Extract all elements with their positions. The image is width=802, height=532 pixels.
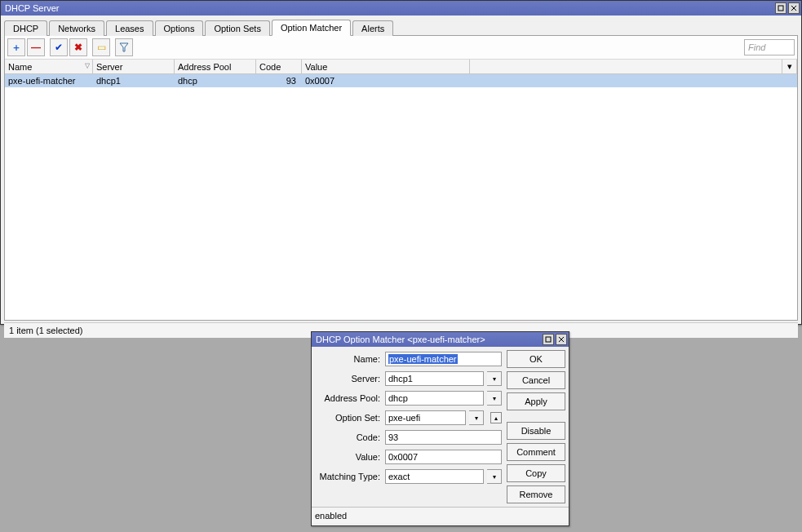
check-icon: ✔ [55,42,63,53]
cell-name: pxe-uefi-matcher [5,76,93,86]
plus-icon: ＋ [11,41,21,55]
add-button[interactable]: ＋ [7,38,25,56]
name-field[interactable]: pxe-uefi-matcher [385,352,502,366]
dialog-titlebar[interactable]: DHCP Option Matcher <pxe-uefi-matcher> [312,332,569,347]
col-code[interactable]: Code [256,60,302,73]
mtype-dropdown[interactable]: ▾ [487,469,502,484]
label-value: Value: [315,452,382,462]
optset-dropdown[interactable]: ▾ [469,410,484,425]
cell-value: 0x0007 [302,76,470,86]
server-dropdown[interactable]: ▾ [487,371,502,386]
cancel-button[interactable]: Cancel [507,371,565,389]
label-name: Name: [315,354,382,364]
tab-options[interactable]: Options [155,20,204,36]
comment-button-tb[interactable]: ▭ [92,38,110,56]
dialog-body: Name: pxe-uefi-matcher Server: dhcp1 ▾ A… [312,347,569,507]
dialog-status: enabled [312,507,569,523]
col-value[interactable]: Value [302,60,470,73]
pool-field[interactable]: dhcp [385,391,484,406]
main-titlebar[interactable]: DHCP Server [1,1,801,16]
note-icon: ▭ [97,42,106,53]
label-pool: Address Pool: [315,393,382,403]
col-name[interactable]: Name [5,60,93,73]
cell-code: 93 [256,76,302,86]
optset-collapse[interactable]: ▴ [490,412,502,423]
x-icon: ✖ [74,42,82,53]
disable-button-tb[interactable]: ✖ [69,38,87,56]
comment-button[interactable]: Comment [507,443,565,461]
remove-button-tb[interactable]: — [27,38,45,56]
dialog-window: DHCP Option Matcher <pxe-uefi-matcher> N… [311,331,569,526]
find-input[interactable]: Find [744,39,795,55]
svg-rect-4 [546,337,551,342]
option-matcher-panel: ＋ — ✔ ✖ ▭ Find Name Server Address Pool … [4,35,798,321]
tab-leases[interactable]: Leases [106,20,153,36]
svg-rect-0 [778,6,783,11]
cell-server: dhcp1 [93,76,175,86]
enable-button[interactable]: ✔ [50,38,68,56]
label-mtype: Matching Type: [315,472,382,481]
server-field[interactable]: dhcp1 [385,371,484,386]
dialog-form: Name: pxe-uefi-matcher Server: dhcp1 ▾ A… [315,350,502,503]
minus-icon: — [31,42,41,53]
dialog-buttons: OK Cancel Apply Disable Comment Copy Rem… [507,350,565,503]
value-field[interactable]: 0x0007 [385,450,502,464]
pool-dropdown[interactable]: ▾ [487,391,502,406]
code-field[interactable]: 93 [385,430,502,445]
disable-button[interactable]: Disable [507,422,565,440]
label-server: Server: [315,374,382,383]
tab-option-matcher[interactable]: Option Matcher [272,20,351,36]
label-optset: Option Set: [315,413,382,423]
col-server[interactable]: Server [93,60,175,73]
label-code: Code: [315,432,382,442]
main-close-button[interactable] [788,2,800,14]
dialog-restore-button[interactable] [543,334,554,345]
dialog-close-button[interactable] [556,334,567,345]
table-row[interactable]: pxe-uefi-matcher dhcp1 dhcp 93 0x0007 [5,74,797,87]
tab-option-sets[interactable]: Option Sets [205,20,269,36]
tab-dhcp[interactable]: DHCP [4,20,47,36]
optset-field[interactable]: pxe-uefi [385,410,466,425]
col-extra[interactable] [470,60,782,73]
apply-button[interactable]: Apply [507,392,565,410]
tab-alerts[interactable]: Alerts [352,20,393,36]
copy-button[interactable]: Copy [507,464,565,482]
dialog-title: DHCP Option Matcher <pxe-uefi-matcher> [316,335,543,344]
columns-dropdown[interactable]: ▾ [782,60,797,73]
main-title: DHCP Server [5,3,775,13]
funnel-icon [119,42,129,52]
grid-header: Name Server Address Pool Code Value ▾ [5,60,797,74]
ok-button[interactable]: OK [507,350,565,368]
col-pool[interactable]: Address Pool [175,60,256,73]
grid-body: pxe-uefi-matcher dhcp1 dhcp 93 0x0007 [5,74,797,320]
filter-button[interactable] [115,38,133,56]
tab-bar: DHCP Networks Leases Options Option Sets… [1,16,801,35]
svg-marker-3 [120,43,128,51]
remove-button[interactable]: Remove [507,485,565,503]
mtype-field[interactable]: exact [385,469,484,484]
main-window: DHCP Server DHCP Networks Leases Options… [0,0,802,325]
toolbar: ＋ — ✔ ✖ ▭ Find [5,36,797,60]
main-restore-button[interactable] [775,2,786,14]
tab-networks[interactable]: Networks [49,20,104,36]
cell-pool: dhcp [175,76,256,86]
